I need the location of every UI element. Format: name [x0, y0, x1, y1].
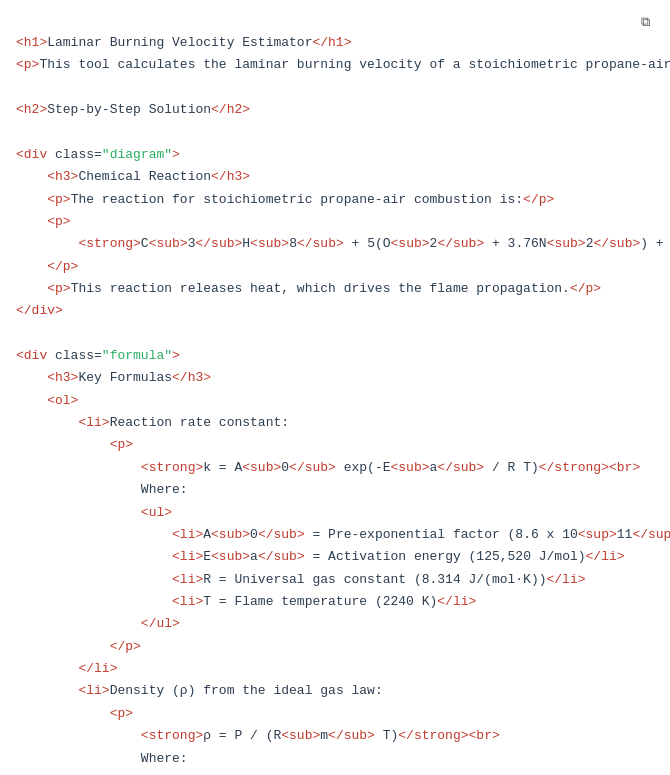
code-line: <strong>ρ = P / (R<sub>m</sub> T)</stron…	[16, 725, 654, 747]
code-line: </div>	[16, 300, 654, 322]
code-line: <p>The reaction for stoichiometric propa…	[16, 189, 654, 211]
code-line: Where:	[16, 479, 654, 501]
page-container: ⧉ <h1>Laminar Burning Velocity Estimator…	[0, 0, 670, 775]
code-line: <li>A<sub>0</sub> = Pre-exponential fact…	[16, 524, 654, 546]
code-line: </p>	[16, 256, 654, 278]
code-line: <h1>Laminar Burning Velocity Estimator</…	[16, 32, 654, 54]
code-line: <p>	[16, 211, 654, 233]
code-line: <p>	[16, 703, 654, 725]
copy-icon: ⧉	[641, 14, 650, 30]
code-line: <div class="formula">	[16, 345, 654, 367]
code-line: <li>E<sub>a</sub> = Activation energy (1…	[16, 546, 654, 568]
code-line: <strong>k = A<sub>0</sub> exp(-E<sub>a</…	[16, 457, 654, 479]
code-line: <h3>Chemical Reaction</h3>	[16, 166, 654, 188]
code-line: </ul>	[16, 613, 654, 635]
code-line: <p>This reaction releases heat, which dr…	[16, 278, 654, 300]
code-line: <div class="diagram">	[16, 144, 654, 166]
code-block: <h1>Laminar Burning Velocity Estimator</…	[0, 32, 670, 775]
code-line: <h3>Key Formulas</h3>	[16, 367, 654, 389]
code-line	[16, 77, 654, 99]
code-line	[16, 323, 654, 345]
code-line: </p>	[16, 636, 654, 658]
copy-button[interactable]: ⧉	[641, 14, 654, 30]
code-line: <strong>C<sub>3</sub>H<sub>8</sub> + 5(O…	[16, 233, 654, 255]
copy-bar: ⧉	[0, 10, 670, 30]
code-line: <li>R = Universal gas constant (8.314 J/…	[16, 569, 654, 591]
code-line: <ol>	[16, 390, 654, 412]
code-line: </li>	[16, 658, 654, 680]
code-line	[16, 121, 654, 143]
code-line: Where:	[16, 748, 654, 770]
code-line: <li>Density (ρ) from the ideal gas law:	[16, 680, 654, 702]
code-line: <p>This tool calculates the laminar burn…	[16, 54, 654, 76]
code-line: <ul>	[16, 502, 654, 524]
code-line: <p>	[16, 434, 654, 456]
code-line: <li>T = Flame temperature (2240 K)</li>	[16, 591, 654, 613]
code-line: <h2>Step-by-Step Solution</h2>	[16, 99, 654, 121]
code-line: <li>Reaction rate constant:	[16, 412, 654, 434]
code-line: <ul>	[16, 770, 654, 775]
